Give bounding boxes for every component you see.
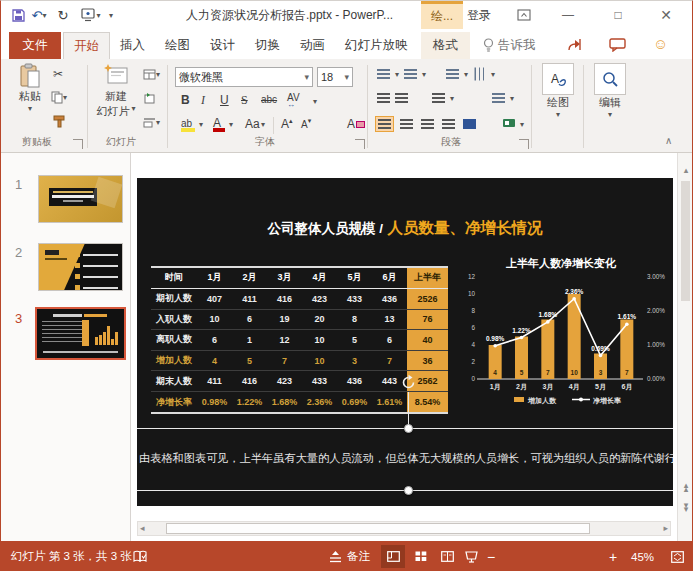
align-center-button[interactable] xyxy=(398,117,415,131)
ribbon-tab-设计[interactable]: 设计 xyxy=(200,32,245,59)
cut-button[interactable]: ✂ xyxy=(53,67,63,81)
underline-button[interactable]: U xyxy=(220,93,229,107)
maximize-button[interactable]: □ xyxy=(603,1,633,29)
redo-button[interactable]: ↻ xyxy=(55,5,71,25)
ribbon-display-options-button[interactable] xyxy=(509,1,539,29)
fit-slide-to-window-button[interactable] xyxy=(665,545,689,568)
scroll-up-button[interactable]: ▴ xyxy=(680,165,692,175)
comments-button[interactable] xyxy=(609,38,626,56)
slide-canvas[interactable]: 公司整体人员规模 / 人员数量、净增长情况 时间1月2月3月4月5月6月上半年期… xyxy=(137,178,673,506)
distribute-button[interactable] xyxy=(461,117,478,131)
numbering-button[interactable] xyxy=(404,69,417,79)
slideshow-view-button[interactable] xyxy=(459,545,483,568)
selection-handle-top[interactable] xyxy=(404,424,413,433)
ribbon-tab-切换[interactable]: 切换 xyxy=(245,32,290,59)
close-button[interactable]: ✕ xyxy=(651,1,681,29)
slide-sorter-view-button[interactable] xyxy=(409,545,433,568)
horizontal-scrollbar[interactable]: ◂ ▸ xyxy=(137,521,671,536)
horizontal-scroll-thumb[interactable] xyxy=(166,523,590,534)
drawing-icon: A xyxy=(548,70,568,88)
change-case-button[interactable]: Aa xyxy=(245,117,260,131)
vertical-scroll-thumb[interactable] xyxy=(681,181,690,301)
text-direction-button[interactable] xyxy=(475,68,485,81)
section-button[interactable]: ▾ xyxy=(143,117,160,128)
increase-indent-button[interactable] xyxy=(395,93,408,103)
text-shadow-button[interactable]: abc xyxy=(261,94,277,105)
strikethrough-button[interactable]: S xyxy=(241,93,248,108)
slide-thumbnail-3-selected[interactable] xyxy=(35,307,126,360)
shrink-font-button[interactable]: A▾ xyxy=(301,117,311,131)
selection-handle-bottom[interactable] xyxy=(404,486,413,495)
new-slide-button[interactable]: 新建 幻灯片▾ xyxy=(93,63,139,119)
zoom-out-button[interactable]: − xyxy=(487,541,495,571)
ink-tools-tab[interactable]: 绘... xyxy=(421,1,463,29)
editing-button[interactable]: 编辑 ▾ xyxy=(589,63,631,119)
line-spacing-button[interactable] xyxy=(446,69,459,79)
reading-view-button[interactable] xyxy=(435,545,459,568)
zoom-in-button[interactable]: + xyxy=(609,541,617,571)
drawing-button[interactable]: A 绘图 ▾ xyxy=(537,63,579,119)
font-name-combobox[interactable]: 微软雅黑 ▾ xyxy=(175,67,313,87)
svg-text:5: 5 xyxy=(520,369,524,376)
tab-format-contextual[interactable]: 格式 xyxy=(421,32,470,59)
tell-me-box[interactable]: 告诉我 xyxy=(483,32,536,59)
notes-button[interactable]: 备注 xyxy=(329,541,370,571)
touch-mouse-mode-button[interactable]: ▾ xyxy=(79,5,103,25)
decrease-indent-button[interactable] xyxy=(377,93,390,103)
ribbon-tab-开始[interactable]: 开始 xyxy=(63,32,110,59)
window-title: 人力资源状况分析报告.pptx - PowerP... xyxy=(157,1,422,29)
font-dialog-launcher[interactable] xyxy=(355,139,365,149)
share-button[interactable] xyxy=(567,37,585,56)
align-left-button[interactable] xyxy=(375,116,394,132)
clear-formatting-button[interactable]: A xyxy=(347,117,365,131)
justify-button[interactable] xyxy=(440,117,457,131)
feedback-smiley-button[interactable]: ☺ xyxy=(653,35,668,52)
previous-slide-button[interactable]: ▴▴ xyxy=(680,483,692,491)
bold-button[interactable]: B xyxy=(181,93,190,107)
minimize-button[interactable]: — xyxy=(553,1,583,29)
note-textbox[interactable]: 由表格和图表可见，上半年虽有大量的人员流动，但总体无大规模的人员增长，可视为组织… xyxy=(139,451,669,466)
align-text-button[interactable] xyxy=(492,93,505,103)
copy-button[interactable]: ▾ xyxy=(51,91,67,104)
spell-check-button[interactable] xyxy=(133,541,147,571)
slide-thumbnail-2[interactable] xyxy=(38,243,123,291)
scroll-left-button[interactable]: ◂ xyxy=(140,523,145,533)
slide-layout-button[interactable]: ▾ xyxy=(143,69,160,80)
normal-view-button[interactable] xyxy=(381,545,405,568)
bullets-button[interactable] xyxy=(377,69,390,79)
align-right-button[interactable] xyxy=(419,117,436,131)
character-spacing-button[interactable]: AV↔ xyxy=(287,92,300,106)
next-slide-button[interactable]: ▾▾ xyxy=(680,503,692,511)
zoom-level[interactable]: 45% xyxy=(631,541,654,571)
ribbon-tab-幻灯片放映[interactable]: 幻灯片放映 xyxy=(335,32,418,59)
ribbon-tab-动画[interactable]: 动画 xyxy=(290,32,335,59)
font-size-combobox[interactable]: 18 ▾ xyxy=(317,67,353,87)
reset-slide-button[interactable] xyxy=(143,93,156,105)
tab-file[interactable]: 文件 xyxy=(9,32,61,59)
undo-button[interactable]: ↶▾ xyxy=(29,5,49,25)
font-color-button[interactable]: A xyxy=(213,116,225,132)
ribbon-tab-插入[interactable]: 插入 xyxy=(110,32,155,59)
ribbon-tab-绘图[interactable]: 绘图 xyxy=(155,32,200,59)
reading-view-icon xyxy=(441,551,454,562)
format-painter-button[interactable] xyxy=(53,115,66,128)
columns-button[interactable] xyxy=(432,93,445,103)
save-button[interactable] xyxy=(9,5,27,25)
scroll-right-button[interactable]: ▸ xyxy=(663,523,668,533)
qat-customize-button[interactable]: ▾ xyxy=(105,5,117,25)
paragraph-dialog-launcher[interactable] xyxy=(519,139,529,149)
sign-in-button[interactable]: 登录 xyxy=(467,1,491,29)
layout-icon xyxy=(143,69,156,80)
slide-thumbnail-1[interactable] xyxy=(38,175,123,223)
grow-font-button[interactable]: A▴ xyxy=(281,117,293,131)
paste-button[interactable]: 粘贴 ▾ xyxy=(9,63,51,113)
highlight-color-button[interactable]: ab xyxy=(181,116,195,132)
half-year-growth-chart[interactable]: 上半年人数净增长变化0246810120.00%1.00%2.00%3.00%4… xyxy=(456,251,673,409)
vertical-scrollbar[interactable]: ▴ ▴▴ ▾▾ xyxy=(677,153,693,541)
convert-smartart-button[interactable] xyxy=(502,115,516,133)
italic-button[interactable]: I xyxy=(201,93,205,108)
slide-title[interactable]: 公司整体人员规模 / 人员数量、净增长情况 xyxy=(137,218,673,239)
clipboard-dialog-launcher[interactable] xyxy=(73,139,83,149)
slide-counter[interactable]: 幻灯片 第 3 张，共 3 张 xyxy=(11,541,132,571)
collapse-ribbon-button[interactable]: ∧ xyxy=(665,135,672,146)
